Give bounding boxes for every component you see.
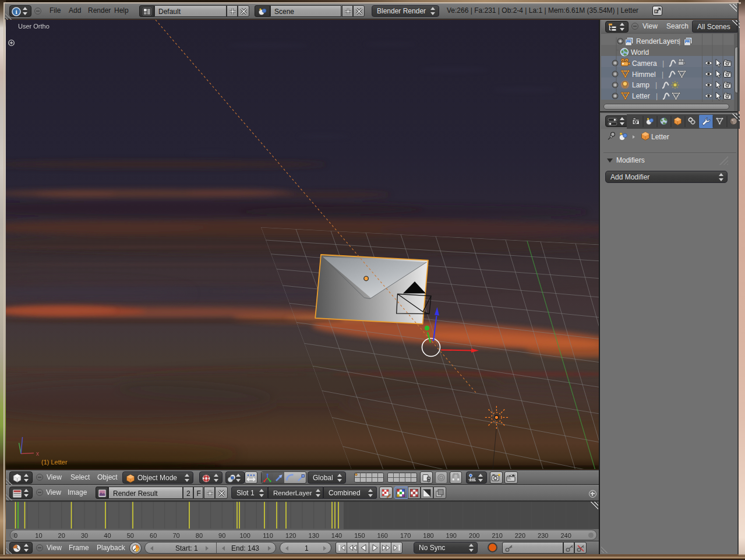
svg-text:Himmel: Himmel: [632, 71, 656, 79]
svg-text:140: 140: [331, 532, 342, 539]
svg-text:Letter: Letter: [651, 133, 669, 141]
svg-text:20: 20: [58, 532, 65, 539]
svg-text:|: |: [655, 81, 657, 89]
svg-text:50: 50: [127, 532, 134, 539]
svg-text:190: 190: [446, 532, 457, 539]
svg-text:180: 180: [423, 532, 433, 539]
svg-text:210: 210: [492, 532, 502, 539]
svg-text:0: 0: [14, 532, 17, 539]
svg-text:40: 40: [104, 532, 111, 539]
svg-text:230: 230: [538, 532, 548, 539]
svg-text:120: 120: [285, 532, 296, 539]
svg-text:|: |: [662, 71, 663, 79]
svg-text:240: 240: [560, 532, 571, 539]
svg-text:Letter: Letter: [632, 92, 650, 100]
svg-text:World: World: [631, 48, 649, 57]
svg-text:|: |: [656, 92, 658, 100]
svg-text:|: |: [679, 37, 680, 45]
svg-text:60: 60: [150, 532, 157, 539]
svg-text:160: 160: [377, 532, 388, 539]
svg-text:80: 80: [196, 532, 203, 539]
svg-text:130: 130: [309, 532, 319, 539]
svg-text:User Ortho: User Ortho: [18, 23, 50, 30]
svg-text:200: 200: [469, 532, 479, 539]
svg-text:70: 70: [172, 532, 179, 539]
svg-text:90: 90: [218, 532, 225, 539]
svg-text:30: 30: [81, 532, 88, 539]
svg-text:i: i: [15, 8, 17, 15]
svg-text:150: 150: [354, 532, 365, 539]
svg-text:x: x: [36, 450, 39, 457]
svg-text:220: 220: [515, 532, 525, 539]
svg-text:110: 110: [263, 532, 273, 539]
svg-text:10: 10: [35, 532, 42, 539]
svg-text:100: 100: [239, 532, 250, 539]
svg-text:Lamp: Lamp: [632, 81, 649, 89]
svg-text:170: 170: [400, 532, 411, 539]
svg-text:|: |: [662, 59, 664, 68]
svg-text:RenderLayers: RenderLayers: [636, 37, 680, 45]
svg-text:(1) Letter: (1) Letter: [41, 459, 68, 466]
svg-text:Camera: Camera: [632, 59, 657, 68]
